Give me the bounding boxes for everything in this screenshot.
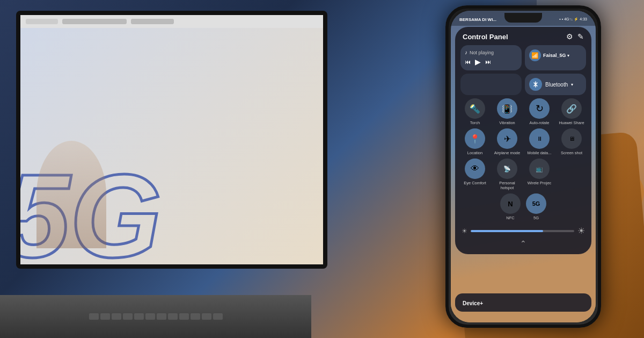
mobile-data-label: Mobile data... [527, 150, 551, 155]
media-card-top: ♪ Not playing [465, 49, 517, 55]
toggle-location[interactable]: 📍 Location [460, 128, 489, 155]
prev-button[interactable]: ⏮ [465, 59, 471, 65]
toggle-nfc[interactable]: N NFC [500, 193, 521, 220]
phone: BERSAMA DI WI... ▪ ▪ 4G↑↓ ⚡ 4:33 Control… [445, 5, 601, 328]
wifi-card[interactable]: 📶 Faisal_5G ▾ [525, 45, 586, 70]
brightness-track[interactable] [471, 230, 574, 232]
nfc-label: NFC [506, 215, 514, 220]
mobile-data-circle[interactable]: ⏸ [529, 128, 550, 149]
brightness-fill [471, 230, 543, 232]
airplane-label: Airplane mode [494, 150, 520, 155]
hotspot-label: Personal hotspot [493, 181, 522, 190]
toggle-hotspot[interactable]: 📡 Personal hotspot [493, 159, 522, 190]
toggle-screenshot[interactable]: 🖥 Screen shot [557, 128, 586, 155]
toggle-mobile-data[interactable]: ⏸ Mobile data... [525, 128, 554, 155]
edit-icon[interactable]: ✎ [577, 32, 584, 41]
control-panel-title: Control Panel [463, 33, 508, 41]
not-playing-text: Not playing [470, 50, 494, 55]
control-panel: Control Panel ⚙ ✎ ♪ Not playing ⏮ [455, 27, 591, 254]
bottom-toggles: N NFC 5G 5G [460, 193, 586, 220]
control-panel-header: Control Panel ⚙ ✎ [460, 32, 586, 45]
bluetooth-row: Bluetooth ▾ [460, 74, 586, 95]
nfc-circle[interactable]: N [500, 193, 521, 214]
vibration-circle[interactable]: 📳 [497, 98, 517, 119]
eye-comfort-label: Eye Comfort [464, 181, 486, 185]
location-circle[interactable]: 📍 [465, 128, 485, 149]
toggle-torch[interactable]: 🔦 Torch [460, 98, 489, 125]
wireless-proj-circle[interactable]: 📺 [529, 159, 550, 179]
notch [504, 13, 542, 23]
device-plus-label: Device+ [463, 300, 483, 306]
5g-label: 5G [533, 215, 539, 220]
5g-circle[interactable]: 5G [526, 193, 546, 214]
bluetooth-chevron: ▾ [571, 82, 573, 87]
bluetooth-card[interactable]: Bluetooth ▾ [525, 74, 586, 95]
wifi-card-top: 📶 Faisal_5G ▾ [529, 49, 582, 61]
top-row: ♪ Not playing ⏮ ▶ ⏭ 📶 F [460, 45, 586, 70]
wifi-chevron: ▾ [567, 53, 569, 58]
brightness-high-icon: ☀ [577, 226, 585, 236]
settings-icon[interactable]: ⚙ [566, 32, 573, 41]
device-bar[interactable]: Device+ [455, 293, 591, 312]
next-button[interactable]: ⏭ [485, 59, 491, 65]
screenshot-circle[interactable]: 🖥 [561, 128, 582, 149]
screenshot-label: Screen shot [561, 150, 582, 155]
toggle-huawei-share[interactable]: 🔗 Huawei Share [557, 98, 586, 125]
play-button[interactable]: ▶ [475, 57, 481, 66]
toggle-wireless-proj[interactable]: 📺 Wirele Projec [525, 159, 554, 190]
toggle-5g[interactable]: 5G 5G [526, 193, 546, 220]
toggle-empty [557, 159, 586, 190]
eye-comfort-circle[interactable]: 👁 [465, 159, 485, 179]
wifi-icon: 📶 [529, 49, 541, 61]
airplane-circle[interactable]: ✈ [497, 128, 517, 149]
torch-label: Torch [470, 120, 480, 125]
chevron-icon[interactable]: ⌃ [520, 239, 526, 248]
huawei-share-label: Huawei Share [559, 120, 584, 125]
bluetooth-label: Bluetooth [545, 82, 568, 88]
brightness-row: ☀ ☀ [460, 224, 586, 238]
toggle-vibration[interactable]: 📳 Vibration [493, 98, 522, 125]
signal-icons: ▪ ▪ 4G↑↓ ⚡ 4:33 [559, 17, 587, 21]
hotspot-circle[interactable]: 📡 [497, 159, 517, 179]
phone-screen: BERSAMA DI WI... ▪ ▪ 4G↑↓ ⚡ 4:33 Control… [451, 11, 596, 322]
carrier-text: BERSAMA DI WI... [459, 17, 496, 22]
location-label: Location [467, 150, 482, 155]
bluetooth-icon [529, 78, 542, 91]
toggle-autorotate[interactable]: ↻ Auto-rotate [525, 98, 554, 125]
toggle-airplane[interactable]: ✈ Airplane mode [493, 128, 522, 155]
empty-slot [460, 74, 522, 95]
autorotate-label: Auto-rotate [529, 120, 549, 125]
header-icons: ⚙ ✎ [566, 32, 584, 41]
toggle-eye-comfort[interactable]: 👁 Eye Comfort [460, 159, 489, 190]
monitor: 5G [16, 11, 327, 269]
autorotate-circle[interactable]: ↻ [529, 98, 550, 119]
phone-body: BERSAMA DI WI... ▪ ▪ 4G↑↓ ⚡ 4:33 Control… [445, 5, 601, 328]
huawei-share-circle[interactable]: 🔗 [561, 98, 582, 119]
wireless-proj-label: Wirele Projec [528, 181, 552, 185]
media-card[interactable]: ♪ Not playing ⏮ ▶ ⏭ [460, 45, 522, 70]
status-icons: ▪ ▪ 4G↑↓ ⚡ 4:33 [559, 17, 587, 21]
vibration-label: Vibration [499, 120, 515, 125]
media-controls: ⏮ ▶ ⏭ [465, 57, 517, 66]
monitor-screen: 5G [20, 15, 323, 264]
quick-toggles: 🔦 Torch 📳 Vibration ↻ Auto-rotate 🔗 Huaw… [460, 98, 586, 190]
torch-circle[interactable]: 🔦 [465, 98, 485, 119]
chevron-row: ⌃ [460, 238, 586, 249]
keyboard-keys [89, 313, 223, 320]
note-icon: ♪ [465, 49, 467, 55]
wifi-name: Faisal_5G [543, 53, 566, 58]
brightness-low-icon: ☀ [462, 227, 467, 235]
laptop-keyboard [0, 295, 311, 338]
